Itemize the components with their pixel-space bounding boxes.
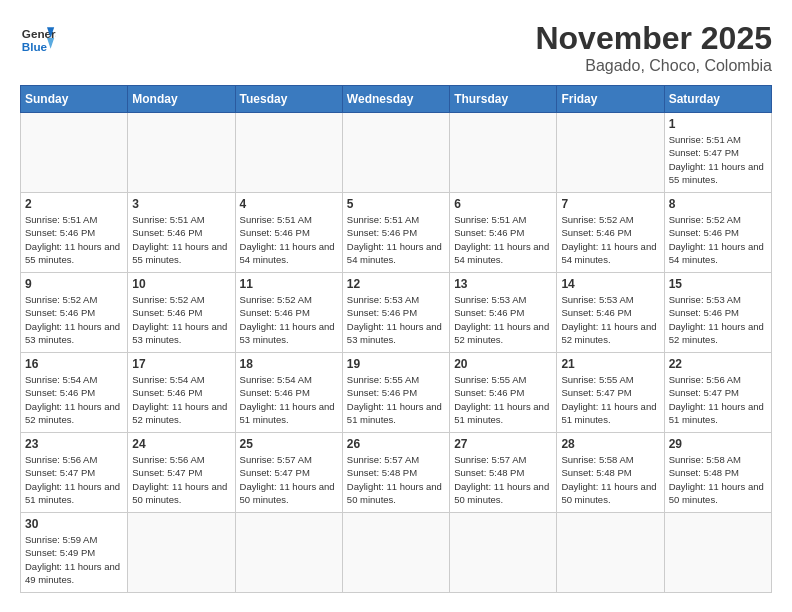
day-info: Sunrise: 5:54 AM Sunset: 5:46 PM Dayligh… bbox=[240, 373, 338, 426]
calendar-cell: 12Sunrise: 5:53 AM Sunset: 5:46 PM Dayli… bbox=[342, 273, 449, 353]
calendar-cell: 3Sunrise: 5:51 AM Sunset: 5:46 PM Daylig… bbox=[128, 193, 235, 273]
calendar-cell: 27Sunrise: 5:57 AM Sunset: 5:48 PM Dayli… bbox=[450, 433, 557, 513]
day-number: 3 bbox=[132, 197, 230, 211]
day-info: Sunrise: 5:58 AM Sunset: 5:48 PM Dayligh… bbox=[561, 453, 659, 506]
day-info: Sunrise: 5:59 AM Sunset: 5:49 PM Dayligh… bbox=[25, 533, 123, 586]
calendar-cell: 16Sunrise: 5:54 AM Sunset: 5:46 PM Dayli… bbox=[21, 353, 128, 433]
weekday-header-sunday: Sunday bbox=[21, 86, 128, 113]
day-info: Sunrise: 5:53 AM Sunset: 5:46 PM Dayligh… bbox=[669, 293, 767, 346]
calendar-week-4: 23Sunrise: 5:56 AM Sunset: 5:47 PM Dayli… bbox=[21, 433, 772, 513]
day-number: 8 bbox=[669, 197, 767, 211]
weekday-header-thursday: Thursday bbox=[450, 86, 557, 113]
calendar-week-3: 16Sunrise: 5:54 AM Sunset: 5:46 PM Dayli… bbox=[21, 353, 772, 433]
calendar-cell: 25Sunrise: 5:57 AM Sunset: 5:47 PM Dayli… bbox=[235, 433, 342, 513]
calendar-cell bbox=[557, 513, 664, 593]
day-info: Sunrise: 5:56 AM Sunset: 5:47 PM Dayligh… bbox=[669, 373, 767, 426]
day-number: 11 bbox=[240, 277, 338, 291]
day-info: Sunrise: 5:55 AM Sunset: 5:46 PM Dayligh… bbox=[347, 373, 445, 426]
calendar-week-5: 30Sunrise: 5:59 AM Sunset: 5:49 PM Dayli… bbox=[21, 513, 772, 593]
calendar-cell bbox=[664, 513, 771, 593]
day-info: Sunrise: 5:57 AM Sunset: 5:48 PM Dayligh… bbox=[347, 453, 445, 506]
day-number: 1 bbox=[669, 117, 767, 131]
day-info: Sunrise: 5:52 AM Sunset: 5:46 PM Dayligh… bbox=[25, 293, 123, 346]
calendar-cell: 19Sunrise: 5:55 AM Sunset: 5:46 PM Dayli… bbox=[342, 353, 449, 433]
logo: General Blue bbox=[20, 20, 56, 56]
day-info: Sunrise: 5:53 AM Sunset: 5:46 PM Dayligh… bbox=[347, 293, 445, 346]
calendar-cell bbox=[342, 113, 449, 193]
calendar-cell: 23Sunrise: 5:56 AM Sunset: 5:47 PM Dayli… bbox=[21, 433, 128, 513]
day-info: Sunrise: 5:53 AM Sunset: 5:46 PM Dayligh… bbox=[561, 293, 659, 346]
day-info: Sunrise: 5:51 AM Sunset: 5:46 PM Dayligh… bbox=[240, 213, 338, 266]
calendar-cell bbox=[128, 513, 235, 593]
calendar-cell: 28Sunrise: 5:58 AM Sunset: 5:48 PM Dayli… bbox=[557, 433, 664, 513]
calendar-cell bbox=[450, 113, 557, 193]
day-number: 12 bbox=[347, 277, 445, 291]
title-section: November 2025 Bagado, Choco, Colombia bbox=[535, 20, 772, 75]
day-info: Sunrise: 5:52 AM Sunset: 5:46 PM Dayligh… bbox=[240, 293, 338, 346]
calendar-cell bbox=[557, 113, 664, 193]
day-number: 18 bbox=[240, 357, 338, 371]
calendar-cell: 14Sunrise: 5:53 AM Sunset: 5:46 PM Dayli… bbox=[557, 273, 664, 353]
day-info: Sunrise: 5:53 AM Sunset: 5:46 PM Dayligh… bbox=[454, 293, 552, 346]
weekday-header-friday: Friday bbox=[557, 86, 664, 113]
day-info: Sunrise: 5:55 AM Sunset: 5:46 PM Dayligh… bbox=[454, 373, 552, 426]
day-info: Sunrise: 5:54 AM Sunset: 5:46 PM Dayligh… bbox=[132, 373, 230, 426]
day-number: 10 bbox=[132, 277, 230, 291]
day-number: 20 bbox=[454, 357, 552, 371]
location-title: Bagado, Choco, Colombia bbox=[535, 57, 772, 75]
calendar-cell: 26Sunrise: 5:57 AM Sunset: 5:48 PM Dayli… bbox=[342, 433, 449, 513]
calendar-week-0: 1Sunrise: 5:51 AM Sunset: 5:47 PM Daylig… bbox=[21, 113, 772, 193]
day-number: 17 bbox=[132, 357, 230, 371]
day-info: Sunrise: 5:54 AM Sunset: 5:46 PM Dayligh… bbox=[25, 373, 123, 426]
calendar-cell: 2Sunrise: 5:51 AM Sunset: 5:46 PM Daylig… bbox=[21, 193, 128, 273]
calendar-cell: 20Sunrise: 5:55 AM Sunset: 5:46 PM Dayli… bbox=[450, 353, 557, 433]
page-header: General Blue November 2025 Bagado, Choco… bbox=[20, 20, 772, 75]
day-info: Sunrise: 5:51 AM Sunset: 5:47 PM Dayligh… bbox=[669, 133, 767, 186]
day-number: 24 bbox=[132, 437, 230, 451]
calendar-cell bbox=[128, 113, 235, 193]
logo-icon: General Blue bbox=[20, 20, 56, 56]
day-number: 5 bbox=[347, 197, 445, 211]
day-info: Sunrise: 5:56 AM Sunset: 5:47 PM Dayligh… bbox=[25, 453, 123, 506]
weekday-header-saturday: Saturday bbox=[664, 86, 771, 113]
calendar-cell: 13Sunrise: 5:53 AM Sunset: 5:46 PM Dayli… bbox=[450, 273, 557, 353]
calendar-cell: 10Sunrise: 5:52 AM Sunset: 5:46 PM Dayli… bbox=[128, 273, 235, 353]
day-info: Sunrise: 5:52 AM Sunset: 5:46 PM Dayligh… bbox=[669, 213, 767, 266]
day-number: 13 bbox=[454, 277, 552, 291]
calendar-cell: 4Sunrise: 5:51 AM Sunset: 5:46 PM Daylig… bbox=[235, 193, 342, 273]
day-number: 15 bbox=[669, 277, 767, 291]
day-info: Sunrise: 5:51 AM Sunset: 5:46 PM Dayligh… bbox=[347, 213, 445, 266]
day-info: Sunrise: 5:51 AM Sunset: 5:46 PM Dayligh… bbox=[454, 213, 552, 266]
calendar-week-2: 9Sunrise: 5:52 AM Sunset: 5:46 PM Daylig… bbox=[21, 273, 772, 353]
calendar-cell bbox=[450, 513, 557, 593]
weekday-header-monday: Monday bbox=[128, 86, 235, 113]
day-info: Sunrise: 5:52 AM Sunset: 5:46 PM Dayligh… bbox=[132, 293, 230, 346]
calendar-cell: 17Sunrise: 5:54 AM Sunset: 5:46 PM Dayli… bbox=[128, 353, 235, 433]
day-number: 23 bbox=[25, 437, 123, 451]
calendar-cell bbox=[235, 113, 342, 193]
weekday-header-tuesday: Tuesday bbox=[235, 86, 342, 113]
day-number: 2 bbox=[25, 197, 123, 211]
calendar-week-1: 2Sunrise: 5:51 AM Sunset: 5:46 PM Daylig… bbox=[21, 193, 772, 273]
calendar-cell: 15Sunrise: 5:53 AM Sunset: 5:46 PM Dayli… bbox=[664, 273, 771, 353]
day-number: 16 bbox=[25, 357, 123, 371]
calendar-cell: 1Sunrise: 5:51 AM Sunset: 5:47 PM Daylig… bbox=[664, 113, 771, 193]
weekday-header-row: SundayMondayTuesdayWednesdayThursdayFrid… bbox=[21, 86, 772, 113]
calendar-cell bbox=[21, 113, 128, 193]
weekday-header-wednesday: Wednesday bbox=[342, 86, 449, 113]
day-number: 29 bbox=[669, 437, 767, 451]
day-number: 27 bbox=[454, 437, 552, 451]
day-number: 30 bbox=[25, 517, 123, 531]
calendar-cell: 21Sunrise: 5:55 AM Sunset: 5:47 PM Dayli… bbox=[557, 353, 664, 433]
day-info: Sunrise: 5:51 AM Sunset: 5:46 PM Dayligh… bbox=[25, 213, 123, 266]
day-info: Sunrise: 5:51 AM Sunset: 5:46 PM Dayligh… bbox=[132, 213, 230, 266]
day-info: Sunrise: 5:57 AM Sunset: 5:47 PM Dayligh… bbox=[240, 453, 338, 506]
day-number: 21 bbox=[561, 357, 659, 371]
day-number: 28 bbox=[561, 437, 659, 451]
calendar-cell: 24Sunrise: 5:56 AM Sunset: 5:47 PM Dayli… bbox=[128, 433, 235, 513]
day-number: 19 bbox=[347, 357, 445, 371]
calendar-cell: 8Sunrise: 5:52 AM Sunset: 5:46 PM Daylig… bbox=[664, 193, 771, 273]
day-info: Sunrise: 5:58 AM Sunset: 5:48 PM Dayligh… bbox=[669, 453, 767, 506]
calendar-cell: 9Sunrise: 5:52 AM Sunset: 5:46 PM Daylig… bbox=[21, 273, 128, 353]
svg-marker-3 bbox=[47, 38, 54, 49]
